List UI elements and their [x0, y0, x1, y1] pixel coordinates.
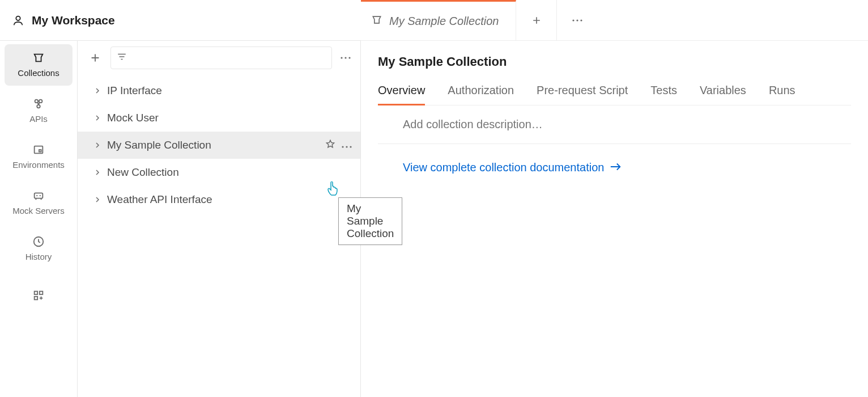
star-icon[interactable]	[325, 139, 335, 152]
workspace-title: My Workspace	[32, 14, 115, 27]
sidebar-item-label: APIs	[29, 114, 48, 124]
sidebar-item-label: Collections	[18, 68, 59, 78]
svg-point-13	[348, 57, 350, 58]
environments-icon	[32, 143, 45, 157]
chevron-right-icon	[91, 196, 104, 203]
collection-row-label: My Sample Collection	[107, 139, 211, 151]
filter-input[interactable]	[110, 47, 332, 69]
sidebar-item-apis[interactable]: APIs	[5, 90, 73, 132]
svg-point-18	[577, 19, 578, 21]
svg-point-11	[341, 57, 342, 58]
collection-row-actions	[325, 139, 360, 152]
collection-list-toolbar	[78, 41, 360, 74]
svg-point-3	[37, 105, 40, 108]
main-panel: My Sample Collection My Sample Collectio…	[361, 41, 868, 397]
subtab-pre-request-script[interactable]: Pre-request Script	[537, 84, 628, 105]
description-row	[378, 105, 851, 144]
sidebar-item-collections[interactable]: Collections	[5, 44, 73, 86]
tab-bar: My Sample Collection	[361, 0, 868, 41]
collection-row-label: New Collection	[107, 166, 179, 179]
sidebar: Collections APIs Environments	[0, 41, 78, 397]
svg-point-16	[350, 146, 351, 147]
collection-row[interactable]: New Collection	[78, 159, 360, 186]
sidebar-item-more[interactable]	[5, 285, 73, 306]
collection-row-label: Mock User	[107, 112, 159, 124]
collection-list-more-button[interactable]	[338, 50, 354, 66]
tab-add-button[interactable]	[516, 0, 557, 40]
svg-rect-9	[40, 292, 43, 295]
history-icon	[32, 235, 45, 248]
svg-rect-8	[35, 292, 37, 295]
subtab-tests[interactable]: Tests	[650, 84, 677, 105]
chevron-right-icon	[91, 87, 104, 94]
collection-row[interactable]: Mock User	[78, 104, 360, 132]
collection-subtabs: Overview Authorization Pre-request Scrip…	[378, 84, 851, 105]
svg-point-15	[346, 146, 347, 147]
svg-point-17	[573, 19, 575, 21]
doc-link-label: View complete collection documentation	[403, 161, 604, 174]
tab-collection[interactable]: My Sample Collection	[361, 0, 516, 40]
chevron-right-icon	[91, 169, 104, 176]
view-documentation-link[interactable]: View complete collection documentation	[403, 161, 622, 174]
filter-icon	[117, 52, 127, 64]
chevron-right-icon	[91, 115, 104, 121]
svg-point-14	[342, 146, 343, 147]
collection-title: My Sample Collection	[378, 54, 851, 69]
sidebar-item-mock-servers[interactable]: Mock Servers	[5, 182, 73, 223]
doc-link-row: View complete collection documentation	[378, 144, 851, 174]
description-input[interactable]	[403, 118, 851, 131]
sidebar-item-label: History	[25, 252, 52, 261]
sidebar-item-history[interactable]: History	[5, 228, 73, 269]
svg-rect-6	[35, 193, 43, 198]
sidebar-item-environments[interactable]: Environments	[5, 136, 73, 178]
user-icon	[11, 14, 25, 27]
tab-more-button[interactable]	[557, 0, 598, 40]
mock-servers-icon	[32, 189, 45, 202]
svg-point-12	[344, 57, 346, 58]
collection-icon	[371, 14, 382, 28]
subtab-authorization[interactable]: Authorization	[448, 84, 514, 105]
collection-row-label: Weather API Interface	[107, 193, 212, 206]
row-more-icon[interactable]	[341, 139, 352, 151]
collections-icon	[32, 51, 45, 65]
workspace-switcher[interactable]: My Workspace	[11, 14, 115, 27]
svg-point-0	[16, 16, 20, 20]
subtab-runs[interactable]: Runs	[769, 84, 795, 105]
collection-row-selected[interactable]: My Sample Collection	[78, 132, 360, 159]
svg-rect-10	[35, 297, 37, 300]
arrow-right-icon	[610, 161, 622, 174]
collection-row[interactable]: Weather API Interface	[78, 186, 360, 213]
collection-row-label: IP Interface	[107, 85, 162, 97]
collection-tree: IP Interface Mock User My Sample Collect…	[78, 74, 360, 213]
svg-rect-5	[39, 150, 41, 152]
collection-content: My Sample Collection Overview Authorizat…	[361, 41, 868, 397]
sidebar-item-label: Environments	[12, 160, 65, 170]
subtab-variables[interactable]: Variables	[700, 84, 746, 105]
collection-list-panel: IP Interface Mock User My Sample Collect…	[78, 41, 361, 397]
apis-icon	[32, 97, 45, 111]
chevron-right-icon	[91, 142, 104, 149]
collection-row[interactable]: IP Interface	[78, 77, 360, 104]
add-collection-button[interactable]	[86, 47, 105, 69]
tab-label: My Sample Collection	[389, 15, 499, 28]
subtab-overview[interactable]: Overview	[378, 84, 425, 105]
sidebar-item-label: Mock Servers	[12, 206, 65, 216]
svg-point-19	[581, 19, 582, 21]
grid-plus-icon	[32, 289, 45, 302]
